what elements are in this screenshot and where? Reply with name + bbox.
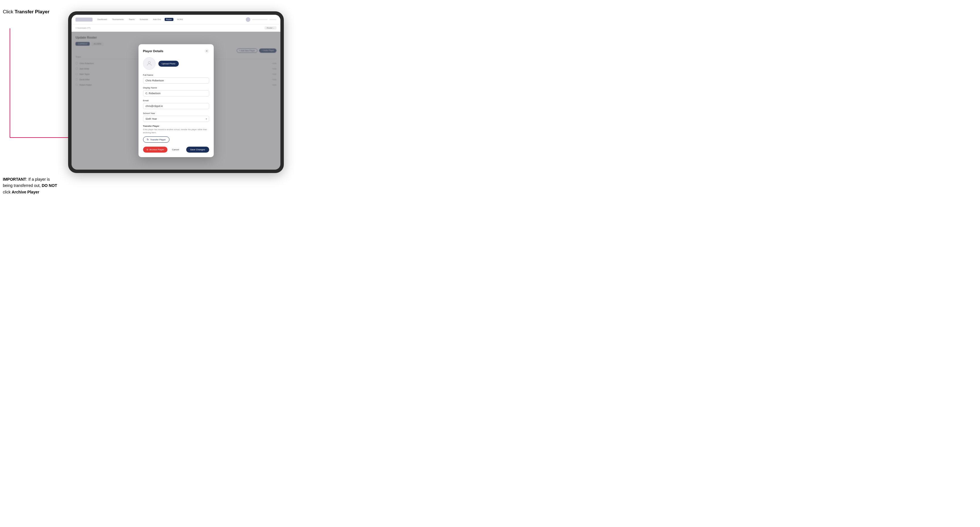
full-name-label: Full Name xyxy=(143,74,209,76)
school-year-select[interactable]: First Year Second Year Third Year Fourth… xyxy=(143,116,209,122)
nav-items: Dashboard Tournaments Teams Schedule Add… xyxy=(96,18,242,21)
modal-header: Player Details × xyxy=(143,49,209,53)
nav-more[interactable]: MORE xyxy=(176,18,185,21)
school-year-label: School Year xyxy=(143,112,209,114)
archive-player-button[interactable]: ⊘ Archive Player xyxy=(143,147,168,152)
header-right xyxy=(246,17,277,22)
player-details-modal: Player Details × Upload Photo xyxy=(138,44,214,157)
modal-close-button[interactable]: × xyxy=(205,49,209,53)
nav-teams[interactable]: Teams xyxy=(127,18,136,21)
email-group: Email xyxy=(143,99,209,109)
header-avatar xyxy=(246,17,250,22)
instruction-bottom: IMPORTANT: If a player is being transfer… xyxy=(3,176,60,195)
transfer-section: Transfer Player If this player has moved… xyxy=(143,125,209,143)
email-label: Email xyxy=(143,99,209,102)
save-changes-button[interactable]: Save Changes xyxy=(186,147,209,152)
transfer-description: If this player has moved to another scho… xyxy=(143,128,209,134)
school-year-group: School Year First Year Second Year Third… xyxy=(143,112,209,122)
avatar-person-icon xyxy=(146,60,153,67)
instruction-prefix: Click xyxy=(3,9,15,14)
sub-header: ≡ Scorecard (TT) Roster ↓ xyxy=(72,24,280,32)
transfer-icon: ↻ xyxy=(147,138,149,141)
transfer-player-button[interactable]: ↻ Transfer Player xyxy=(143,137,169,143)
archive-label: Archive Player xyxy=(12,190,39,194)
do-not-label: DO NOT xyxy=(42,183,57,188)
svg-point-3 xyxy=(148,62,150,63)
instruction-bold: Transfer Player xyxy=(15,9,50,14)
upload-photo-button[interactable]: Upload Photo xyxy=(158,61,179,67)
avatar-circle xyxy=(143,57,156,70)
nav-dashboard[interactable]: Dashboard xyxy=(96,18,108,21)
nav-roster[interactable]: Roster xyxy=(165,18,173,21)
nav-addons[interactable]: Add-Ons xyxy=(152,18,162,21)
nav-tournaments[interactable]: Tournaments xyxy=(111,18,125,21)
display-name-group: Display Name xyxy=(143,87,209,97)
transfer-btn-label: Transfer Player xyxy=(150,138,166,141)
email-input[interactable] xyxy=(143,103,209,109)
modal-footer: ⊘ Archive Player Cancel Save Changes xyxy=(143,147,209,152)
archive-icon: ⊘ xyxy=(146,148,148,151)
instruction-text-2: click xyxy=(3,190,12,194)
full-name-group: Full Name xyxy=(143,74,209,84)
roster-select[interactable]: Roster ↓ xyxy=(264,26,277,30)
archive-btn-label: Archive Player xyxy=(150,148,164,151)
tablet-device: Dashboard Tournaments Teams Schedule Add… xyxy=(68,11,284,173)
avatar-section: Upload Photo xyxy=(143,57,209,70)
school-year-select-wrapper: First Year Second Year Third Year Fourth… xyxy=(143,116,209,122)
instruction-top: Click Transfer Player xyxy=(3,8,49,15)
cancel-button[interactable]: Cancel xyxy=(170,147,181,152)
app-logo xyxy=(75,17,92,22)
app-header: Dashboard Tournaments Teams Schedule Add… xyxy=(72,15,280,24)
modal-overlay: Player Details × Upload Photo xyxy=(72,32,280,170)
important-label: IMPORTANT xyxy=(3,177,26,181)
header-name xyxy=(252,19,267,20)
breadcrumb: ≡ Scorecard (TT) xyxy=(75,27,91,29)
full-name-input[interactable] xyxy=(143,78,209,84)
modal-title: Player Details xyxy=(143,49,164,53)
transfer-section-title: Transfer Player xyxy=(143,125,209,127)
header-extra xyxy=(269,19,277,20)
display-name-input[interactable] xyxy=(143,90,209,97)
main-content: Update Roster CURRENT ALUMNI + Add New P… xyxy=(72,32,280,170)
nav-schedule[interactable]: Schedule xyxy=(138,18,149,21)
tablet-screen: Dashboard Tournaments Teams Schedule Add… xyxy=(72,15,280,170)
display-name-label: Display Name xyxy=(143,87,209,89)
